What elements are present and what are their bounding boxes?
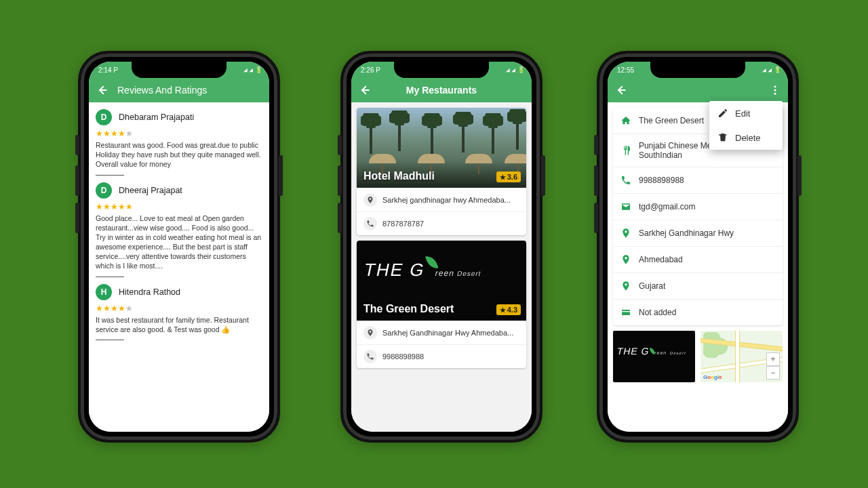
divider xyxy=(96,340,124,340)
app-bar: Reviews And Ratings xyxy=(89,78,269,102)
appbar-title: My Restaurants xyxy=(351,85,532,96)
review-item: D Dheeraj Prajapat ★★★★★ Good place... L… xyxy=(96,182,262,277)
svg-point-1 xyxy=(774,89,776,92)
zoom-out-button[interactable]: − xyxy=(766,366,780,380)
review-text: Restaurant was good. Food was great.due … xyxy=(96,140,262,169)
phone-row: 9988898988 xyxy=(357,344,526,368)
star-icon: ★ xyxy=(500,174,506,181)
avatar: H xyxy=(96,284,112,300)
rating-badge: ★4.3 xyxy=(496,304,521,315)
divider xyxy=(96,277,124,277)
photo-thumbnail[interactable]: THE Green Desert xyxy=(613,331,695,382)
restaurant-phone: 9988898988 xyxy=(382,352,424,361)
phone-icon xyxy=(363,350,377,363)
back-icon[interactable] xyxy=(614,84,627,96)
svg-point-0 xyxy=(774,85,776,87)
menu-delete[interactable]: Delete xyxy=(709,125,783,150)
pin-icon xyxy=(620,280,632,292)
app-bar: My Restaurants xyxy=(351,78,532,102)
detail-card: Not added xyxy=(639,308,676,317)
avatar: D xyxy=(96,182,112,199)
reviewer-name: Dheeraj Prajapat xyxy=(119,186,182,195)
restaurant-name: The Green Desert xyxy=(363,303,454,315)
restaurant-name: Hotel Madhuli xyxy=(363,170,435,182)
reviews-content: D Dhebaram Prajapati ★★★★★ Restaurant wa… xyxy=(89,102,269,432)
detail-email: tgd@gmail.com xyxy=(639,202,696,211)
detail-city-row: Ahmedabad xyxy=(613,246,783,272)
detail-name: The Green Desert xyxy=(639,116,704,125)
card-icon xyxy=(620,306,632,319)
detail-phone: 9988898988 xyxy=(639,176,684,185)
phone-reviews: 2:14 P ◢◢🔋 Reviews And Ratings D Dhebara… xyxy=(78,51,280,443)
detail-card-row: Not added xyxy=(613,299,783,325)
tgd-logo-image: THE Green Desert xyxy=(362,256,521,281)
svg-rect-4 xyxy=(622,311,630,312)
phone-notch xyxy=(132,62,226,78)
pencil-icon xyxy=(717,108,728,119)
divider xyxy=(96,175,124,176)
back-icon[interactable] xyxy=(96,84,108,96)
detail-road: Sarkhej Gandhinagar Hwy xyxy=(639,228,734,238)
status-time: 2:26 P xyxy=(361,66,380,74)
phone-row: 8787878787 xyxy=(357,211,526,235)
reviewer-name: Hitendra Rathod xyxy=(119,287,180,297)
phone-notch xyxy=(650,62,745,78)
restaurant-address: Sarkhej Gandhinagar Hwy Ahmedaba... xyxy=(382,329,513,337)
pin-icon xyxy=(363,193,377,207)
restaurant-card[interactable]: Hotel Madhuli ★3.6 Sarkhej gandhinagar h… xyxy=(357,108,526,235)
status-time: 2:14 P xyxy=(98,66,118,74)
rating-stars: ★★★★★ xyxy=(96,203,262,211)
menu-edit[interactable]: Edit xyxy=(709,101,783,125)
phone-details: 12:55 ◢◢🔋 Edit xyxy=(597,51,799,443)
thumbnails: THE Green Desert Ada Google + xyxy=(613,331,783,382)
map-thumbnail[interactable]: Ada Google + − xyxy=(701,331,783,382)
phone-icon xyxy=(620,174,632,186)
detail-state: Gujarat xyxy=(639,281,665,291)
pin-icon xyxy=(620,227,632,239)
review-text: It was best restaurant for family time. … xyxy=(96,315,262,334)
star-icon: ★ xyxy=(500,306,506,314)
detail-phone-row: 9988898988 xyxy=(613,167,783,193)
rating-stars: ★★★★★ xyxy=(96,129,262,138)
address-row: Sarkhej gandhinagar hwy Ahmedaba... xyxy=(357,188,526,211)
status-icons: ◢◢🔋 xyxy=(762,66,781,73)
home-icon xyxy=(620,115,632,127)
cutlery-icon xyxy=(620,144,632,157)
pin-icon xyxy=(620,253,632,266)
restaurant-image: Hotel Madhuli ★3.6 xyxy=(357,108,526,188)
svg-point-2 xyxy=(774,93,776,95)
overflow-icon[interactable] xyxy=(769,84,781,96)
detail-road-row: Sarkhej Gandhinagar Hwy xyxy=(613,220,783,246)
detail-city: Ahmedabad xyxy=(639,255,683,264)
restaurant-address: Sarkhej gandhinagar hwy Ahmedaba... xyxy=(382,196,511,204)
rating-stars: ★★★★★ xyxy=(96,304,262,312)
restaurant-phone: 8787878787 xyxy=(382,220,424,228)
status-icons: ◢◢🔋 xyxy=(506,66,525,73)
avatar: D xyxy=(96,109,112,125)
overflow-menu: Edit Delete xyxy=(709,101,783,150)
status-icons: ◢◢🔋 xyxy=(243,66,262,73)
menu-edit-label: Edit xyxy=(735,108,750,119)
google-attribution: Google xyxy=(703,374,722,380)
mail-icon xyxy=(620,201,632,213)
detail-email-row: tgd@gmail.com xyxy=(613,193,783,220)
status-time: 12:55 xyxy=(617,66,634,74)
rating-badge: ★3.6 xyxy=(496,171,521,182)
menu-delete-label: Delete xyxy=(735,133,761,143)
address-row: Sarkhej Gandhinagar Hwy Ahmedaba... xyxy=(357,321,526,344)
reviewer-name: Dhebaram Prajapati xyxy=(119,113,194,122)
review-item: D Dhebaram Prajapati ★★★★★ Restaurant wa… xyxy=(96,109,262,176)
review-text: Good place... Love to eat meal at Open g… xyxy=(96,214,262,271)
phone-notch xyxy=(394,62,489,78)
detail-state-row: Gujarat xyxy=(613,272,783,299)
app-bar xyxy=(608,78,788,102)
restaurant-image: THE Green Desert The Green Desert ★4.3 xyxy=(357,241,526,321)
appbar-title: Reviews And Ratings xyxy=(117,85,207,96)
details-content: The Green Desert Punjabi Chinese Mexican… xyxy=(608,102,788,432)
zoom-in-button[interactable]: + xyxy=(766,352,780,366)
review-item: H Hitendra Rathod ★★★★★ It was best rest… xyxy=(96,284,262,340)
phone-restaurants: 2:26 P ◢◢🔋 My Restaurants xyxy=(340,51,542,443)
pin-icon xyxy=(363,326,377,340)
restaurant-card[interactable]: THE Green Desert The Green Desert ★4.3 S… xyxy=(357,241,526,368)
phone-icon xyxy=(363,217,377,230)
